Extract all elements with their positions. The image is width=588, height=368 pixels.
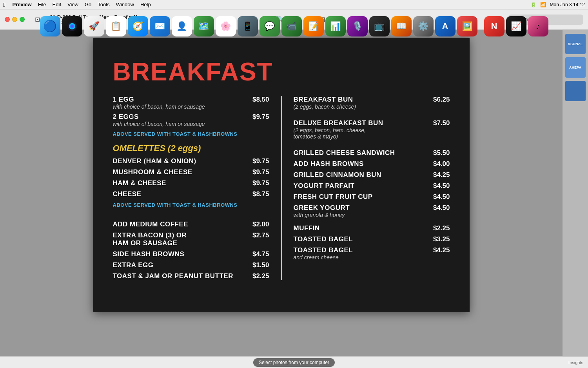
help-menu[interactable]: Help	[137, 2, 154, 7]
dock-mail[interactable]: ✉️	[150, 16, 170, 36]
item-price-cinnamonbun: $4.25	[433, 171, 450, 179]
fullscreen-button[interactable]	[20, 17, 25, 22]
time-display: Mon Jan 3 14:12	[550, 2, 585, 7]
note-toast-hashbrowns-2: ABOVE SERVED WITH TOAST & HASHBROWNS	[113, 202, 269, 208]
dock-facetime[interactable]: 📹	[281, 16, 302, 36]
panel-card-1-text: RSONAL	[568, 42, 583, 46]
dock-messages[interactable]: 💬	[260, 16, 280, 36]
traffic-lights	[5, 17, 25, 22]
right-panel-card-3[interactable]	[565, 81, 586, 101]
app-name[interactable]: Preview	[9, 2, 34, 7]
menu-right-column: BREAKFAST BUN $6.25 (2 eggs, bacon & che…	[282, 96, 450, 280]
menu-item-cinnamonbun: GRILLED CINNAMON BUN $4.25	[294, 171, 450, 179]
dock-maps[interactable]: 🗺️	[194, 16, 214, 36]
menubar-right: 🔋 📶 Mon Jan 3 14:12	[530, 2, 585, 7]
dock-music[interactable]: ♪	[528, 16, 548, 36]
menu-item-denver: DENVER (ham & onion) $9.75	[113, 157, 269, 165]
item-price-greekyogurt: $4.50	[433, 204, 450, 212]
item-price-breakfastbun: $6.25	[433, 96, 450, 104]
dock-appstore[interactable]: A	[435, 16, 456, 36]
item-price-hamcheese: $9.75	[252, 179, 269, 187]
item-price-2eggs: $9.75	[252, 113, 269, 121]
menu-item-cheese: CHEESE $8.75	[113, 190, 269, 198]
dock-contacts[interactable]: 👤	[172, 16, 192, 36]
menu-bar:  Preview File Edit View Go Tools Window…	[0, 0, 588, 9]
dock-siri[interactable]	[62, 16, 82, 36]
close-button[interactable]	[5, 17, 10, 22]
menu-item-extraegg: EXTRA EGG $1.50	[113, 261, 269, 269]
dock-pages[interactable]: 📝	[303, 16, 324, 36]
item-name-addhashbrowns: ADD HASH BROWNS	[294, 160, 364, 168]
item-name-toastedbagel1: TOASTED BAGEL	[294, 235, 353, 243]
dock-sidecar[interactable]: 📱	[238, 16, 258, 36]
dock-podcasts[interactable]: 🎙️	[347, 16, 368, 36]
dock-stocks[interactable]: 📈	[506, 16, 526, 36]
item-name-coffee: ADD MEDIUM COFFEE	[113, 220, 189, 228]
menu-item-coffee: ADD MEDIUM COFFEE $2.00	[113, 220, 269, 228]
pdf-view[interactable]: BREAKFAST 1 EGG $8.50 with choice of bac…	[0, 30, 563, 356]
item-name-deluxebun: DELUXE BREAKFAST BUN	[294, 119, 383, 127]
item-price-bacon: $2.75	[252, 231, 269, 239]
item-name-denver: DENVER (ham & onion)	[113, 157, 196, 165]
menu-item-toastedbagel2: TOASTED BAGEL $4.25	[294, 246, 450, 254]
window-menu[interactable]: Window	[113, 2, 137, 7]
item-name-greekyogurt: GREEK YOGURT	[294, 204, 350, 212]
item-name-bacon-cont: HAM OR SAUSAGE	[113, 239, 269, 247]
dock-finder[interactable]: 🔵	[40, 16, 60, 36]
dock-books[interactable]: 📖	[391, 16, 412, 36]
tools-menu[interactable]: Tools	[94, 2, 113, 7]
menu-item-fruitcup: FRESH CUT FRUIT CUP $4.50	[294, 193, 450, 201]
battery-icon: 🔋	[530, 2, 536, 7]
item-price-toastedbagel2: $4.25	[433, 246, 450, 254]
item-name-cheese: CHEESE	[113, 190, 142, 198]
dock-preview[interactable]: 🖼️	[457, 16, 477, 36]
dock-news[interactable]: N	[484, 16, 505, 36]
pdf-page: BREAKFAST 1 EGG $8.50 with choice of bac…	[93, 38, 470, 312]
menu-item-toast: TOAST & JAM OR PEANUT BUTTER $2.25	[113, 272, 269, 280]
dock-numbers[interactable]: 📊	[325, 16, 346, 36]
item-name-bacon: EXTRA BACON (3) OR	[113, 231, 187, 239]
menu-item-grilledcheese: GRILLED CHEESE SANDWICH $5.50	[294, 149, 450, 157]
dock-safari[interactable]: 🧭	[128, 16, 148, 36]
item-price-grilledcheese: $5.50	[433, 149, 450, 157]
wifi-icon: 📶	[540, 2, 546, 7]
right-panel-card-2[interactable]: AHEPA	[565, 57, 586, 78]
right-panel-card-1[interactable]: RSONAL	[565, 34, 586, 54]
view-menu[interactable]: View	[64, 2, 82, 7]
item-name-grilledcheese: GRILLED CHEESE SANDWICH	[294, 149, 395, 157]
item-desc-deluxebun: (2 eggs, bacon, ham, cheese,tomatoes & m…	[294, 127, 450, 140]
edit-menu[interactable]: Edit	[49, 2, 64, 7]
menu-item-toastedbagel1: TOASTED BAGEL $3.25	[294, 235, 450, 243]
file-menu[interactable]: File	[35, 2, 49, 7]
item-price-muffin: $2.25	[433, 224, 450, 232]
item-name-2eggs: 2 EGGS	[113, 113, 139, 121]
dock-launchpad[interactable]: 🚀	[84, 16, 104, 36]
item-name-hamcheese: HAM & CHEESE	[113, 179, 166, 187]
svg-point-1	[69, 23, 75, 29]
item-name-hashbrowns: SIDE HASH BROWNS	[113, 250, 185, 258]
dock-reminders[interactable]: 📋	[106, 16, 126, 36]
bottom-bar: ◁ 1 ▷ Select photos from your computer I…	[0, 356, 588, 368]
menu-columns: 1 EGG $8.50 with choice of bacon, ham or…	[113, 96, 450, 280]
dock-sysprefs[interactable]: ⚙️	[413, 16, 434, 36]
item-name-toast: TOAST & JAM OR PEANUT BUTTER	[113, 272, 233, 280]
dock-appletv[interactable]: 📺	[369, 16, 390, 36]
go-menu[interactable]: Go	[82, 2, 94, 7]
item-desc-breakfastbun: (2 eggs, bacon & cheese)	[294, 104, 450, 110]
item-desc-1egg: with choice of bacon, ham or sausage	[113, 104, 269, 110]
minimize-button[interactable]	[12, 17, 17, 22]
item-price-1egg: $8.50	[252, 96, 269, 104]
item-desc-2eggs: with choice of bacon, ham or sausage	[113, 121, 269, 127]
preview-window: ⊡ 21-D-986 Bell Tower Menu-Proof.pdf Pag…	[0, 9, 588, 368]
select-photos-button[interactable]: Select photos from your computer	[253, 358, 335, 367]
dock-photos[interactable]: 🌸	[216, 16, 236, 36]
menu-item-2eggs: 2 EGGS $9.75	[113, 113, 269, 121]
item-price-toastedbagel1: $3.25	[433, 235, 450, 243]
item-price-yogurtparfait: $4.50	[433, 182, 450, 190]
item-price-mushroom: $9.75	[252, 168, 269, 176]
item-price-denver: $9.75	[252, 157, 269, 165]
item-name-1egg: 1 EGG	[113, 96, 134, 104]
apple-menu[interactable]: 	[3, 1, 5, 8]
menu-item-deluxebun: DELUXE BREAKFAST BUN $7.50	[294, 119, 450, 127]
dock: 🔵 🚀 📋 🧭 ✉️ 👤 🗺️ 🌸 📱 💬 📹 📝 📊 🎙️ 📺 📖 ⚙️ A …	[36, 13, 553, 38]
